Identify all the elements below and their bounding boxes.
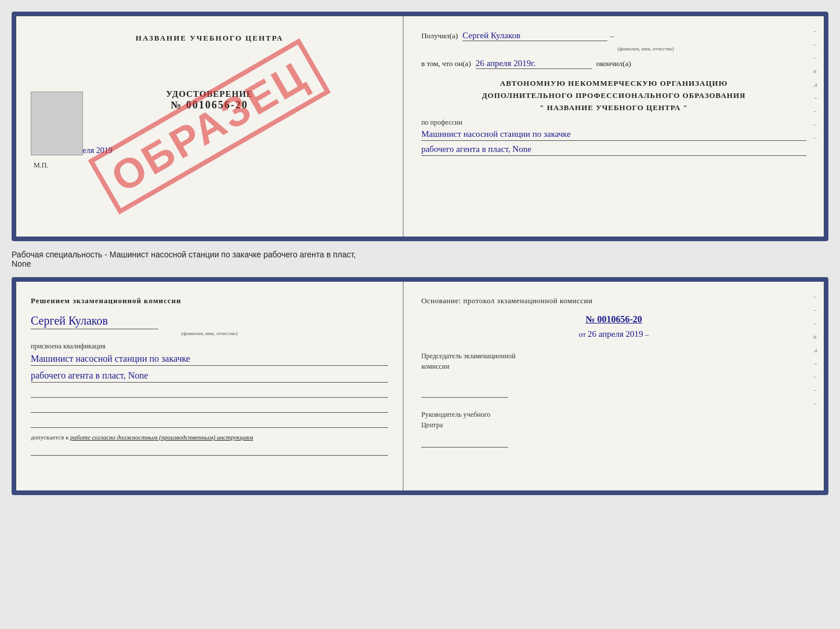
org-line2: ДОПОЛНИТЕЛЬНОГО ПРОФЕССИОНАЛЬНОГО ОБРАЗО… [421, 90, 806, 102]
poluchil-label: Получил(а) [421, 31, 458, 41]
doc1-right-panel: Получил(а) Сергей Кулаков – (фамилия, им… [404, 16, 824, 237]
dopuskaetsya-text: работе согласно должностным (производств… [70, 434, 253, 441]
cert-number: № 0010656-20 [34, 99, 385, 111]
okonchil-label: окончил(а) [596, 59, 631, 68]
blank-line-2 [31, 402, 388, 413]
between-label2-text: None [12, 259, 31, 268]
cert-title: НАЗВАНИЕ УЧЕБНОГО ЦЕНТРА [34, 34, 385, 43]
between-label: Рабочая специальность - Машинист насосно… [12, 247, 828, 271]
blank-line-3 [31, 417, 388, 428]
prisvoena-label: присвоена квалификация [31, 342, 388, 351]
rukovoditel-label: Руководитель учебного Центра [421, 409, 806, 430]
mp-label: М.П. [34, 161, 385, 170]
profession-line1: Машинист насосной станции по закачке [421, 129, 806, 141]
dopuskaetsya-label: допускается к [31, 434, 68, 441]
qualification-line1: Машинист насосной станции по закачке [31, 354, 388, 366]
org-block: АВТОНОМНУЮ НЕКОММЕРЧЕСКУЮ ОРГАНИЗАЦИЮ ДО… [421, 78, 806, 114]
chairman-label: Председатель экзаменационной комиссии [421, 351, 806, 372]
photo-placeholder [31, 92, 83, 155]
po-professii-text: по профессии [421, 118, 462, 126]
doc1-left-panel: НАЗВАНИЕ УЧЕБНОГО ЦЕНТРА ОБРАЗЕЦ УДОСТОВ… [16, 16, 404, 237]
poluchil-row: Получил(а) Сергей Кулаков – [421, 31, 806, 41]
org-line1: АВТОНОМНУЮ НЕКОММЕРЧЕСКУЮ ОРГАНИЗАЦИЮ [421, 78, 806, 90]
person-name: Сергей Кулаков [31, 314, 158, 329]
name-sub: (фамилия, имя, отчество) [31, 330, 388, 336]
name-row: Сергей Кулаков [31, 314, 388, 330]
po-professii-label: по профессии [421, 118, 806, 127]
profession-line2: рабочего агента в пласт, None [421, 144, 806, 156]
blank-line-4 [31, 445, 388, 456]
between-label-text: Рабочая специальность - Машинист насосно… [12, 250, 356, 259]
document-1: НАЗВАНИЕ УЧЕБНОГО ЦЕНТРА ОБРАЗЕЦ УДОСТОВ… [12, 12, 828, 241]
dopuskaetsya-row: допускается к работе согласно должностны… [31, 434, 388, 441]
protocol-number: № 0010656-20 [421, 314, 806, 325]
rukovoditel-signature-line [421, 433, 508, 448]
right-margin-marks: – – – и ,а ← – – – [813, 28, 819, 141]
chairman-label1: Председатель экзаменационной [421, 352, 515, 360]
vtom-row: в том, что он(а) 26 апреля 2019г. окончи… [421, 59, 806, 69]
doc2-right-margin-marks: – – – и ,а ← – – – [813, 293, 819, 406]
obrazets-stamp: ОБРАЗЕЦ [88, 38, 331, 214]
poluchil-dash: – [610, 31, 614, 41]
poluchil-name: Сергей Кулаков [462, 31, 607, 41]
ot-date: 26 апреля 2019 [588, 329, 643, 339]
blank-line-1 [31, 387, 388, 398]
qualification-line2: рабочего агента в пласт, None [31, 370, 388, 383]
rukovoditel-label1: Руководитель учебного [421, 410, 490, 419]
vtom-label: в том, что он(а) [421, 59, 471, 68]
doc2-left-panel: Решением экзаменационной комиссии Сергей… [16, 282, 404, 490]
org-line3: " НАЗВАНИЕ УЧЕБНОГО ЦЕНТРА " [421, 102, 806, 114]
vydano-row: Выдано 26 апреля 2019 [34, 146, 385, 155]
rukovoditel-label2: Центра [421, 421, 443, 429]
chairman-signature-line [421, 383, 508, 398]
chairman-label2: комиссии [421, 362, 450, 370]
osnov-title: Основание: протокол экзаменационной коми… [421, 296, 806, 306]
udostoverenie-label: УДОСТОВЕРЕНИЕ [34, 89, 385, 99]
ot-date-row: от 26 апреля 2019 – [421, 329, 806, 339]
document-2: Решением экзаменационной комиссии Сергей… [12, 277, 828, 495]
ot-dash: – [645, 330, 649, 339]
vtom-date: 26 апреля 2019г. [476, 59, 592, 69]
fio-sub: (фамилия, имя, отчество) [485, 46, 806, 52]
ot-label: от [579, 330, 586, 339]
section-title: Решением экзаменационной комиссии [31, 296, 388, 306]
doc2-right-panel: Основание: протокол экзаменационной коми… [404, 282, 824, 490]
section-title-text: Решением экзаменационной комиссии [31, 296, 182, 305]
cert-body: УДОСТОВЕРЕНИЕ № 0010656-20 [34, 89, 385, 111]
